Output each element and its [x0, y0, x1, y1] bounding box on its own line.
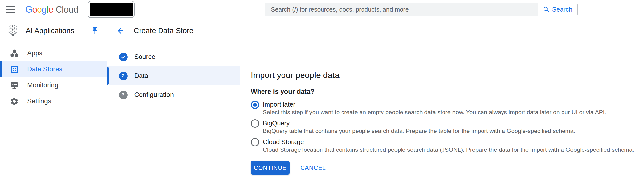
- sidebar-header: AI Applications: [0, 19, 107, 42]
- data-stores-icon: [10, 65, 19, 74]
- sidebar-item-label: Data Stores: [27, 65, 62, 73]
- radio-unselected-icon[interactable]: [251, 138, 259, 146]
- sidebar-item-apps[interactable]: Apps: [0, 45, 107, 61]
- cancel-button[interactable]: CANCEL: [300, 164, 326, 171]
- logo-letter: o: [37, 4, 42, 14]
- option-import-later[interactable]: Import later Select this step if you wan…: [251, 100, 634, 116]
- data-source-options: Import later Select this step if you wan…: [251, 100, 634, 154]
- option-description: Select this step if you want to create a…: [263, 109, 606, 116]
- logo-letter: l: [47, 4, 49, 14]
- option-label: Cloud Storage: [263, 138, 634, 146]
- content-question: Where is your data?: [251, 87, 634, 96]
- topbar: GoogleCloud Search: [0, 0, 644, 19]
- content-heading: Import your people data: [251, 70, 634, 80]
- step-data[interactable]: 2 Data: [107, 66, 240, 85]
- step-number: 2: [119, 72, 128, 80]
- step-configuration[interactable]: 3 Configuration: [107, 85, 240, 104]
- sidebar-item-label: Settings: [27, 97, 51, 105]
- radio-unselected-icon[interactable]: [251, 119, 259, 128]
- monitoring-icon: [10, 81, 19, 90]
- search-icon: [543, 6, 550, 13]
- apps-cubes-icon: [10, 49, 19, 58]
- option-description: Cloud Storage location that contains str…: [263, 146, 634, 154]
- step-completed-check-icon: [119, 52, 128, 61]
- ai-applications-logo-icon: [6, 24, 19, 37]
- step-content: Import your people data Where is your da…: [240, 42, 644, 188]
- sidebar-item-label: Apps: [27, 49, 42, 57]
- radio-selected-icon[interactable]: [251, 101, 259, 109]
- option-label: Import later: [263, 100, 606, 109]
- hamburger-menu-icon[interactable]: [6, 6, 15, 13]
- google-cloud-logo[interactable]: GoogleCloud: [26, 4, 78, 15]
- project-selector-redacted[interactable]: [88, 1, 134, 18]
- panel-bottom-divider: [107, 188, 644, 189]
- logo-letter: g: [42, 4, 47, 14]
- continue-button[interactable]: CONTINUE: [251, 161, 290, 175]
- step-label: Data: [134, 72, 148, 80]
- sidebar: AI Applications Apps: [0, 19, 107, 189]
- settings-gear-icon: [10, 97, 19, 106]
- search-bar: Search: [265, 3, 578, 16]
- step-number: 3: [119, 91, 128, 99]
- create-data-store-panel: Create Data Store Source 2 Data 3 Config…: [107, 19, 644, 189]
- sidebar-item-monitoring[interactable]: Monitoring: [0, 77, 107, 93]
- logo-cloud-text: Cloud: [56, 4, 78, 14]
- step-label: Configuration: [134, 91, 174, 99]
- option-description: BiqQuery table that contains your people…: [263, 127, 575, 135]
- sidebar-item-label: Monitoring: [27, 81, 58, 89]
- option-bigquery[interactable]: BigQuery BiqQuery table that contains yo…: [251, 119, 634, 135]
- wizard-stepper: Source 2 Data 3 Configuration: [107, 42, 240, 188]
- sidebar-title: AI Applications: [26, 26, 74, 35]
- search-button-label: Search: [552, 6, 572, 13]
- sidebar-nav: Apps Data Stores: [0, 42, 107, 109]
- sidebar-item-settings[interactable]: Settings: [0, 93, 107, 109]
- back-arrow-icon[interactable]: [116, 26, 125, 35]
- main-row: AI Applications Apps: [0, 19, 644, 189]
- option-label: BigQuery: [263, 119, 575, 127]
- search-button[interactable]: Search: [538, 3, 577, 16]
- step-source[interactable]: Source: [107, 47, 240, 66]
- redaction-block: [90, 3, 132, 16]
- step-label: Source: [134, 53, 156, 61]
- logo-letter: G: [26, 4, 32, 14]
- panel-body: Source 2 Data 3 Configuration Import you…: [107, 42, 644, 188]
- logo-letter: e: [49, 4, 54, 14]
- action-buttons: CONTINUE CANCEL: [251, 161, 634, 175]
- sidebar-item-data-stores[interactable]: Data Stores: [0, 61, 107, 77]
- logo-letter: o: [32, 4, 37, 14]
- option-cloud-storage[interactable]: Cloud Storage Cloud Storage location tha…: [251, 138, 634, 154]
- panel-header: Create Data Store: [107, 19, 644, 42]
- search-input[interactable]: [265, 3, 538, 16]
- pin-icon[interactable]: [90, 26, 99, 35]
- page-title: Create Data Store: [134, 26, 194, 35]
